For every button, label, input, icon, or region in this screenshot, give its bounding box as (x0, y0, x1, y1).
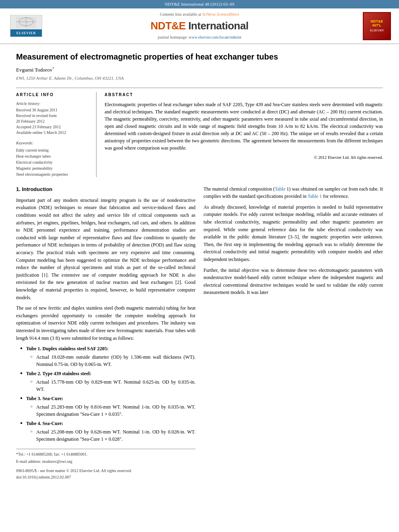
footnote-star: *Tel.: +1 6146885268; fax: +1 6146885001… (16, 451, 195, 458)
section1-heading: 1. Introduction (16, 185, 195, 193)
journal-title: NDT&E International (48, 18, 351, 33)
body-para-1: Important part of any modern structural … (16, 197, 195, 301)
sciverse-line: Contents lists available at SciVerse Sci… (48, 12, 351, 17)
article-info-column: Article Info Article history: Received 3… (16, 92, 97, 177)
article-info-abstract-section: Article Info Article history: Received 3… (16, 88, 383, 177)
body-right-para-1: The material chemical composition (Table… (204, 185, 383, 200)
tube-1-sub-item: Actual 19.028-mm outside diameter (OD) b… (30, 353, 195, 368)
ndte-badge-area: NDT&EINT'L ELSEVIER (355, 12, 391, 40)
abstract-copyright: © 2012 Elsevier Ltd. All rights reserved… (105, 155, 383, 161)
tube-4-item: Tube 4. Sea-Cure: Actual 25.208-mm OD by… (20, 420, 195, 443)
tube-2-sub: Actual 15.778-mm OD by 0.829-mm WT. Nomi… (30, 378, 195, 393)
author-affiliation: EWI, 1250 Arthur E. Adams Dr., Columbus,… (16, 75, 383, 81)
keywords-label: Keywords: (16, 140, 90, 146)
tube-2-label: Tube 2. Type 439 stainless steel: (26, 371, 91, 376)
journal-homepage: journal homepage: www.elsevier.com/locat… (48, 35, 351, 40)
homepage-link[interactable]: www.elsevier.com/locate/ndteint (189, 35, 241, 39)
paper-title-section: Measurement of electromagnetic propertie… (16, 51, 383, 62)
revised-date: 20 February 2012 (16, 119, 90, 124)
paper-content: Measurement of electromagnetic propertie… (0, 51, 399, 480)
keyword-5: Steel electromagnetic properties (16, 171, 90, 177)
tube-3-sub: Actual 25.283-mm OD by 0.816-mm WT. Nomi… (30, 403, 195, 418)
footnote-email: E-mail address: etodorov@ewi.org (16, 458, 195, 465)
tube-1-label: Tube 1. Duplex stainless steel SAF 2205: (26, 346, 109, 351)
journal-title-ndt: NDT&E (150, 20, 185, 32)
body-left-column: 1. Introduction Important part of any mo… (16, 185, 195, 480)
tube-3-item: Tube 3. Sea-Cure: Actual 25.283-mm OD by… (20, 395, 195, 418)
footer-note: *Tel.: +1 6146885268; fax: +1 6146885001… (16, 449, 195, 480)
article-info-label: Article Info (16, 92, 90, 98)
keyword-4: Magnetic permeability (16, 165, 90, 171)
body-right-para-3: Further, the initial objective was to de… (204, 267, 383, 296)
badge-text: NDT&EINT'L (371, 20, 383, 28)
elsevier-logo (8, 15, 44, 37)
body-right-column: The material chemical composition (Table… (204, 185, 383, 480)
tube-4-sub-item: Actual 25.208-mm OD by 0.626-mm WT. Nomi… (30, 428, 195, 443)
badge-subtitle: ELSEVIER (370, 29, 384, 33)
tube-4-sub: Actual 25.208-mm OD by 0.626-mm WT. Nomi… (30, 428, 195, 443)
journal-title-rest: International (185, 20, 248, 32)
tube-1-item: Tube 1. Duplex stainless steel SAF 2205:… (20, 345, 195, 368)
keyword-1: Eddy current testing (16, 147, 90, 153)
tube-2-sub-item: Actual 15.778-mm OD by 0.829-mm WT. Nomi… (30, 378, 195, 393)
accepted-date: Accepted 23 February 2012 (16, 124, 90, 130)
body-right-para-2: As already discussed, knowledge of mater… (204, 203, 383, 263)
keywords-block: Keywords: Eddy current testing Heat exch… (16, 140, 90, 177)
author-name: Evgueni Todorov* (16, 66, 383, 74)
table-ref-link[interactable]: Table (275, 186, 285, 192)
footer-copyright: 0963-8695/$ - see front matter © 2012 El… (16, 468, 195, 474)
body-para-2: The use of new ferritic and duplex stain… (16, 304, 195, 342)
abstract-column: Abstract Electromagnetic properties of h… (105, 92, 383, 177)
footer-doi: doi:10.1016/j.ndteint.2012.02.007 (16, 474, 195, 481)
article-history-block: Article history: Received 30 August 2011… (16, 101, 90, 136)
keyword-2: Heat exchanger tubes (16, 153, 90, 159)
tube-1-sub: Actual 19.028-mm outside diameter (OD) b… (30, 353, 195, 368)
tube-4-label: Tube 4. Sea-Cure: (26, 421, 63, 426)
top-bar: NDT&E International 48 (2012) 63–69 (0, 0, 399, 8)
tube-list: Tube 1. Duplex stainless steel SAF 2205:… (20, 345, 195, 443)
received-date: Received 30 August 2011 (16, 107, 90, 113)
abstract-text: Electromagnetic properties of heat excha… (105, 101, 383, 152)
abstract-label: Abstract (105, 92, 383, 98)
journal-issue-ref: NDT&E International 48 (2012) 63–69 (165, 2, 234, 6)
journal-title-area: Contents lists available at SciVerse Sci… (48, 12, 351, 40)
journal-header: Contents lists available at SciVerse Sci… (0, 8, 399, 44)
ndte-badge: NDT&EINT'L ELSEVIER (363, 12, 391, 40)
table-ref-link-2[interactable]: Table 1 (308, 193, 322, 199)
tube-3-sub-item: Actual 25.283-mm OD by 0.816-mm WT. Nomi… (30, 403, 195, 418)
tube-3-label: Tube 3. Sea-Cure: (26, 396, 63, 401)
author-sup: * (52, 66, 54, 70)
keyword-3: Electrical conductivity (16, 159, 90, 165)
available-date: Available online 5 March 2012 (16, 130, 90, 136)
history-label: Article history: (16, 101, 90, 107)
sciverse-link[interactable]: SciVerse ScienceDirect (202, 12, 239, 16)
elsevier-logo-image (10, 15, 42, 37)
tube-2-item: Tube 2. Type 439 stainless steel: Actual… (20, 370, 195, 393)
body-section: 1. Introduction Important part of any mo… (16, 185, 383, 480)
paper-title: Measurement of electromagnetic propertie… (16, 51, 383, 62)
received-revised-label: Received in revised form (16, 113, 90, 119)
elsevier-logo-area (8, 15, 44, 37)
